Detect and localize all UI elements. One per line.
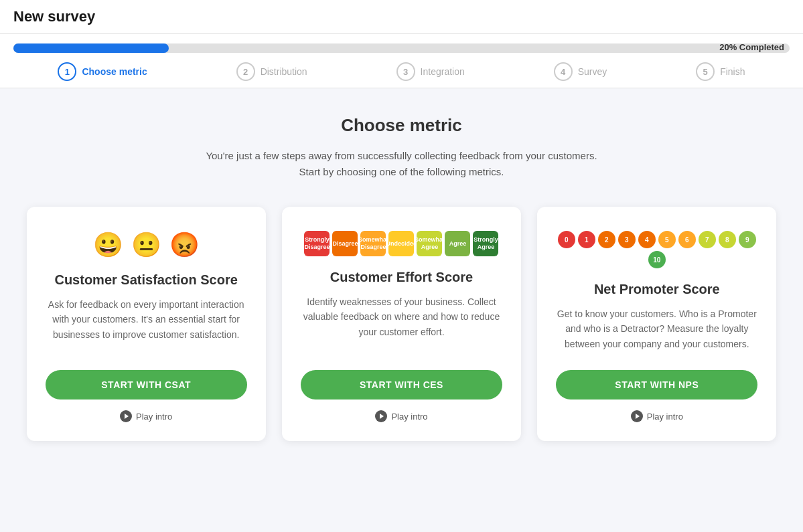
cards-row: 😀 😐 😡 Customer Satisfaction Score Ask fo…	[27, 207, 777, 441]
nps-dot: 6	[678, 231, 696, 248]
step-circle: 2	[236, 62, 255, 81]
page-title: New survey	[13, 8, 790, 25]
nps-dot: 5	[658, 231, 676, 248]
play-icon	[120, 410, 132, 422]
nps-play-label: Play intro	[647, 412, 683, 422]
nps-description: Get to know your customers. Who is a Pro…	[556, 306, 757, 351]
csat-play-label: Play intro	[136, 412, 172, 422]
nps-dot: 2	[598, 231, 615, 248]
ces-chip: Strongly Agree	[473, 231, 498, 256]
ces-scale: Strongly DisagreeDisagreeSomewhat Disagr…	[304, 231, 498, 256]
ces-description: Identify weaknesses of your business. Co…	[301, 294, 502, 351]
step-circle: 5	[696, 62, 715, 81]
progress-fill	[13, 43, 169, 53]
step-label: Distribution	[261, 66, 307, 77]
ces-chip: Somewhat Disagree	[360, 231, 386, 256]
step-choose-metric[interactable]: 1Choose metric	[58, 62, 147, 81]
ces-chip: Disagree	[332, 231, 358, 256]
main-content: Choose metric You're just a few steps aw…	[13, 88, 790, 468]
progress-track: 20% Completed	[13, 43, 790, 53]
ces-chip: Somewhat Agree	[417, 231, 442, 256]
step-label: Survey	[578, 66, 607, 77]
nps-dot: 9	[739, 231, 756, 248]
nps-dot: 1	[578, 231, 595, 248]
ces-title: Customer Effort Score	[330, 270, 473, 285]
page-header: New survey	[0, 0, 803, 34]
step-circle: 3	[396, 62, 415, 81]
nps-dot: 10	[648, 251, 666, 268]
play-icon	[375, 410, 387, 422]
step-circle: 1	[58, 62, 76, 81]
csat-play-intro[interactable]: Play intro	[120, 410, 172, 422]
choose-metric-subtitle: You're just a few steps away from succes…	[27, 148, 777, 180]
steps-row: 1Choose metric2Distribution3Integration4…	[13, 62, 790, 88]
ces-chip: Undecided	[388, 231, 414, 256]
start-nps-button[interactable]: START WITH NPS	[556, 370, 757, 400]
sad-face-icon: 😡	[169, 231, 200, 259]
progress-label: 20% Completed	[714, 42, 790, 52]
nps-dot: 4	[638, 231, 656, 248]
play-icon	[631, 410, 643, 422]
step-label: Integration	[421, 66, 465, 77]
step-survey[interactable]: 4Survey	[554, 62, 607, 81]
ces-play-label: Play intro	[391, 412, 427, 422]
nps-dot: 3	[618, 231, 636, 248]
nps-dot: 0	[558, 231, 575, 248]
choose-metric-title: Choose metric	[27, 115, 777, 136]
nps-title: Net Promoter Score	[594, 282, 720, 297]
nps-card: 012345678910 Net Promoter Score Get to k…	[537, 207, 776, 441]
csat-icons: 😀 😐 😡	[93, 231, 200, 259]
csat-description: Ask for feedback on every important inte…	[46, 297, 247, 351]
csat-card: 😀 😐 😡 Customer Satisfaction Score Ask fo…	[27, 207, 266, 441]
step-distribution[interactable]: 2Distribution	[236, 62, 307, 81]
start-csat-button[interactable]: START WITH CSAT	[46, 370, 247, 400]
neutral-face-icon: 😐	[131, 231, 161, 259]
progress-section: 20% Completed 1Choose metric2Distributio…	[0, 34, 803, 88]
ces-card: Strongly DisagreeDisagreeSomewhat Disagr…	[282, 207, 521, 441]
nps-dots: 012345678910	[556, 231, 757, 268]
ces-play-intro[interactable]: Play intro	[375, 410, 427, 422]
step-label: Finish	[720, 66, 745, 77]
ces-chip: Agree	[445, 231, 470, 256]
step-label: Choose metric	[82, 66, 147, 77]
step-finish[interactable]: 5Finish	[696, 62, 745, 81]
happy-face-icon: 😀	[93, 231, 123, 259]
step-circle: 4	[554, 62, 573, 81]
csat-title: Customer Satisfaction Score	[54, 272, 237, 288]
step-integration[interactable]: 3Integration	[396, 62, 465, 81]
nps-play-intro[interactable]: Play intro	[631, 410, 683, 422]
nps-dot: 7	[699, 231, 716, 248]
start-ces-button[interactable]: START WITH CES	[301, 370, 502, 400]
ces-chip: Strongly Disagree	[304, 231, 330, 256]
nps-dot: 8	[719, 231, 736, 248]
